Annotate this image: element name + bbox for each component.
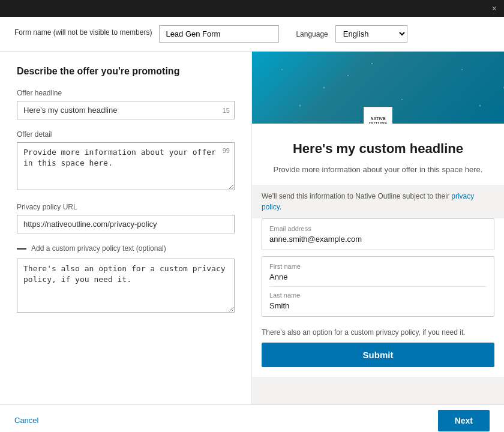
offer-detail-label: Offer detail bbox=[17, 130, 235, 139]
preview-lastname-value: Smith bbox=[269, 301, 487, 310]
language-select[interactable]: EnglishFrenchGermanSpanishItalian bbox=[335, 25, 407, 43]
section-title: Describe the offer you're promoting bbox=[17, 66, 235, 77]
right-panel: NATIVE OUTLINE Here's my custom headline… bbox=[252, 52, 504, 404]
preview-header-bg: NATIVE OUTLINE bbox=[252, 52, 504, 124]
logo-badge: NATIVE OUTLINE bbox=[364, 107, 392, 124]
offer-detail-input[interactable] bbox=[17, 142, 235, 190]
offer-headline-input[interactable] bbox=[17, 101, 235, 119]
top-bar: × bbox=[0, 0, 504, 17]
form-header: Form name (will not be visible to member… bbox=[0, 17, 504, 52]
main-content: Describe the offer you're promoting Offe… bbox=[0, 52, 504, 404]
left-panel: Describe the offer you're promoting Offe… bbox=[0, 52, 252, 404]
privacy-policy-input[interactable] bbox=[17, 215, 235, 233]
preview-email-group: Email address anne.smith@example.com bbox=[262, 218, 494, 250]
footer-bar: Cancel Next bbox=[0, 404, 504, 432]
privacy-policy-label: Privacy policy URL bbox=[17, 203, 235, 211]
custom-privacy-input[interactable] bbox=[17, 259, 235, 313]
offer-detail-wrapper: 99 bbox=[17, 142, 235, 192]
privacy-policy-group: Privacy policy URL bbox=[17, 203, 235, 233]
preview-form: Email address anne.smith@example.com Fir… bbox=[252, 218, 504, 377]
toggle-dash-icon bbox=[17, 248, 26, 250]
custom-privacy-toggle-label: Add a custom privacy policy text (option… bbox=[31, 244, 166, 253]
name-divider bbox=[269, 286, 487, 287]
privacy-notice: We'll send this information to Native Ou… bbox=[252, 185, 504, 218]
preview-custom-privacy: There's also an option for a custom priv… bbox=[262, 323, 494, 343]
preview-headline: Here's my custom headline bbox=[264, 140, 492, 158]
offer-detail-group: Offer detail 99 bbox=[17, 130, 235, 192]
offer-headline-wrapper: 15 bbox=[17, 101, 235, 119]
offer-headline-group: Offer headline 15 bbox=[17, 89, 235, 119]
cancel-button[interactable]: Cancel bbox=[14, 416, 38, 425]
form-name-label: Form name (will not be visible to member… bbox=[14, 28, 152, 37]
form-name-input[interactable] bbox=[159, 25, 279, 43]
close-button[interactable]: × bbox=[492, 4, 497, 13]
preview-container: NATIVE OUTLINE Here's my custom headline… bbox=[252, 52, 504, 377]
offer-headline-label: Offer headline bbox=[17, 89, 235, 97]
preview-firstname-label: First name bbox=[269, 263, 487, 270]
preview-body: Here's my custom headline Provide more i… bbox=[252, 124, 504, 185]
preview-detail: Provide more information about your offe… bbox=[264, 164, 492, 176]
next-button[interactable]: Next bbox=[438, 410, 490, 431]
preview-email-label: Email address bbox=[269, 225, 487, 232]
offer-detail-char-count: 99 bbox=[223, 147, 230, 154]
privacy-notice-text: We'll send this information to Native Ou… bbox=[262, 192, 451, 200]
preview-submit-button[interactable]: Submit bbox=[262, 343, 494, 367]
preview-name-group: First name Anne Last name Smith bbox=[262, 256, 494, 317]
preview-card: Here's my custom headline Provide more i… bbox=[252, 124, 504, 377]
preview-firstname-value: Anne bbox=[269, 272, 487, 281]
custom-privacy-group bbox=[17, 259, 235, 314]
offer-headline-char-count: 15 bbox=[223, 107, 230, 114]
preview-email-value: anne.smith@example.com bbox=[269, 235, 487, 244]
custom-privacy-toggle-row[interactable]: Add a custom privacy policy text (option… bbox=[17, 244, 235, 253]
preview-lastname-label: Last name bbox=[269, 292, 487, 299]
language-label: Language bbox=[296, 30, 328, 38]
